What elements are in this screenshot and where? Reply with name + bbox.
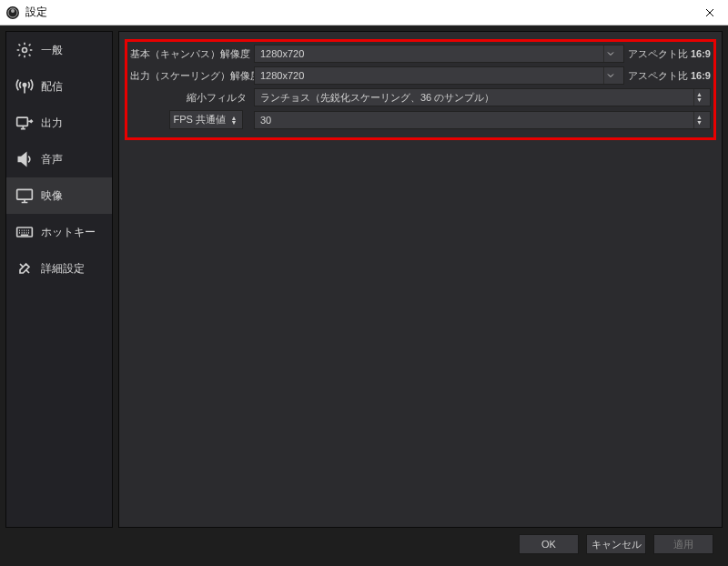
dialog-footer: OK キャンセル 適用 [5, 528, 723, 561]
chevron-down-icon [603, 45, 618, 62]
svg-rect-5 [17, 117, 28, 126]
downscale-filter-label: 縮小フィルタ [130, 91, 254, 105]
keyboard-icon [15, 223, 34, 241]
svg-point-3 [23, 48, 27, 53]
sidebar-item-label: 詳細設定 [41, 261, 85, 277]
fps-value-select[interactable]: 30 ▲▼ [254, 111, 711, 129]
fps-type-select[interactable]: FPS 共通値 ▲▼ [169, 110, 243, 129]
apply-button: 適用 [653, 534, 713, 554]
base-aspect: アスペクト比 16:9 [628, 47, 711, 61]
settings-sidebar: 一般 配信 出力 音声 [5, 31, 113, 528]
gear-icon [15, 41, 34, 59]
svg-point-4 [23, 84, 25, 86]
fps-value: 30 [260, 115, 271, 126]
output-resolution-label: 出力（スケーリング）解像度 [130, 69, 254, 83]
sidebar-item-label: 音声 [41, 152, 63, 167]
window-title: 設定 [25, 5, 47, 20]
stepper-icon: ▲▼ [693, 112, 704, 128]
title-bar: 設定 [0, 0, 728, 25]
highlight-annotation: 基本（キャンパス）解像度 1280x720 アスペクト比 16:9 出力（スケー… [125, 39, 716, 140]
sidebar-item-output[interactable]: 出力 [6, 105, 112, 141]
svg-rect-6 [17, 189, 33, 199]
output-resolution-value: 1280x720 [260, 70, 304, 81]
antenna-icon [15, 77, 34, 96]
sidebar-item-stream[interactable]: 配信 [6, 68, 112, 105]
base-resolution-label: 基本（キャンパス）解像度 [130, 47, 254, 61]
svg-point-2 [11, 9, 15, 13]
stepper-icon: ▲▼ [229, 116, 238, 125]
sidebar-item-label: 一般 [41, 43, 63, 58]
sidebar-item-audio[interactable]: 音声 [6, 141, 112, 177]
sidebar-item-general[interactable]: 一般 [6, 32, 112, 68]
obs-logo-icon [5, 5, 20, 20]
fps-type-label: FPS 共通値 [174, 113, 226, 126]
cancel-button[interactable]: キャンセル [586, 534, 646, 554]
sidebar-item-hotkeys[interactable]: ホットキー [6, 214, 112, 250]
output-aspect: アスペクト比 16:9 [628, 69, 711, 83]
video-settings-panel: 基本（キャンパス）解像度 1280x720 アスペクト比 16:9 出力（スケー… [118, 31, 723, 528]
sidebar-item-advanced[interactable]: 詳細設定 [6, 250, 112, 287]
downscale-filter-select[interactable]: ランチョス（先鋭化スケーリング、36 のサンプル） ▲▼ [254, 88, 711, 106]
sidebar-item-label: 出力 [41, 116, 63, 131]
base-resolution-select[interactable]: 1280x720 [254, 45, 624, 63]
stepper-icon: ▲▼ [693, 89, 704, 106]
sidebar-item-label: 配信 [41, 79, 63, 95]
output-resolution-select[interactable]: 1280x720 [254, 66, 624, 85]
tools-icon [15, 259, 34, 278]
downscale-filter-value: ランチョス（先鋭化スケーリング、36 のサンプル） [260, 91, 494, 105]
sidebar-item-label: ホットキー [41, 225, 96, 240]
chevron-down-icon [603, 67, 618, 84]
sidebar-item-label: 映像 [41, 188, 63, 204]
close-button[interactable] [692, 0, 728, 25]
output-icon [15, 114, 34, 132]
base-resolution-value: 1280x720 [260, 48, 304, 59]
speaker-icon [15, 150, 34, 168]
ok-button[interactable]: OK [519, 534, 579, 554]
monitor-icon [15, 187, 34, 205]
sidebar-item-video[interactable]: 映像 [6, 177, 112, 214]
